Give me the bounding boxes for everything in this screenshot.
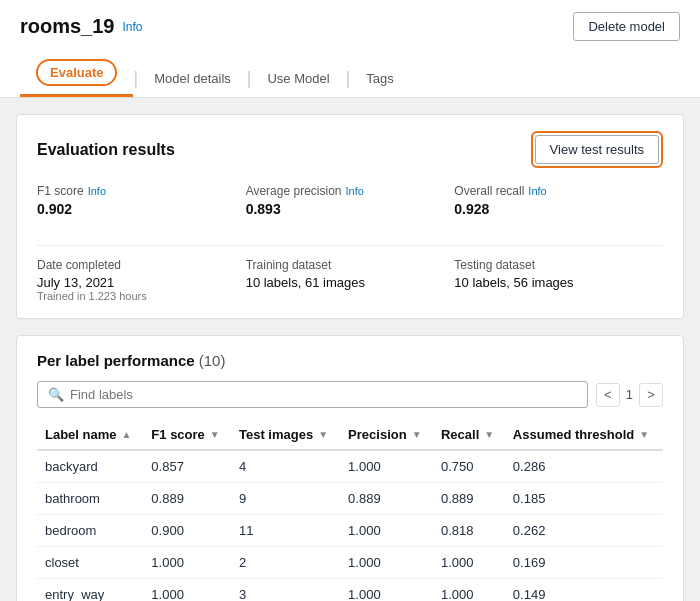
current-page: 1 [626, 387, 633, 402]
use-model-label: Use Model [267, 71, 329, 86]
pagination: < 1 > [596, 383, 663, 407]
page-header: rooms_19 Info Delete model Evaluate | Mo… [0, 0, 700, 98]
cell-f1_score: 1.000 [143, 547, 231, 579]
cell-test_images: 2 [231, 547, 340, 579]
page: rooms_19 Info Delete model Evaluate | Mo… [0, 0, 700, 601]
cell-recall: 1.000 [433, 579, 505, 602]
f1-score-sort-icon: ▼ [210, 429, 220, 440]
evaluation-card: Evaluation results View test results F1 … [16, 114, 684, 319]
table-row: entry_way1.00031.0001.0000.149 [37, 579, 663, 602]
search-input[interactable] [70, 387, 577, 402]
tab-tags[interactable]: Tags [350, 63, 409, 97]
cell-assumed_threshold: 0.185 [505, 483, 663, 515]
evaluation-title: Evaluation results [37, 141, 175, 159]
training-dataset-value: 10 labels, 61 images [246, 275, 455, 290]
overall-recall-info[interactable]: Info [528, 185, 546, 197]
cell-assumed_threshold: 0.169 [505, 547, 663, 579]
next-page-button[interactable]: > [639, 383, 663, 407]
testing-dataset-label: Testing dataset [454, 258, 663, 272]
search-box[interactable]: 🔍 [37, 381, 588, 408]
training-dataset-label: Training dataset [246, 258, 455, 272]
tab-use-model[interactable]: Use Model [251, 63, 345, 97]
cell-test_images: 9 [231, 483, 340, 515]
test-images-sort-icon: ▼ [318, 429, 328, 440]
table-header: Label name ▲ F1 score ▼ [37, 420, 663, 450]
overall-recall-value: 0.928 [454, 201, 663, 217]
tags-label: Tags [366, 71, 393, 86]
testing-dataset: Testing dataset 10 labels, 56 images [454, 258, 663, 302]
cell-label_name: bathroom [37, 483, 143, 515]
model-details-label: Model details [154, 71, 231, 86]
view-test-results-button[interactable]: View test results [535, 135, 659, 164]
card-header: Evaluation results View test results [37, 131, 663, 168]
delete-model-button[interactable]: Delete model [573, 12, 680, 41]
cell-recall: 0.750 [433, 450, 505, 483]
metric-overall-recall: Overall recall Info 0.928 [454, 184, 663, 229]
cell-precision: 1.000 [340, 579, 433, 602]
prev-page-button[interactable]: < [596, 383, 620, 407]
per-label-count: (10) [199, 352, 226, 369]
cell-f1_score: 1.000 [143, 579, 231, 602]
training-dataset: Training dataset 10 labels, 61 images [246, 258, 455, 302]
per-label-title: Per label performance (10) [37, 352, 663, 369]
cell-label_name: backyard [37, 450, 143, 483]
label-name-sort-icon: ▲ [122, 429, 132, 440]
f1-score-value: 0.902 [37, 201, 246, 217]
tab-model-details[interactable]: Model details [138, 63, 247, 97]
dataset-grid: Date completed July 13, 2021 Trained in … [37, 245, 663, 302]
table-body: backyard0.85741.0000.7500.286bathroom0.8… [37, 450, 663, 601]
search-row: 🔍 < 1 > [37, 381, 663, 408]
table-header-row: Label name ▲ F1 score ▼ [37, 420, 663, 450]
cell-f1_score: 0.900 [143, 515, 231, 547]
cell-precision: 0.889 [340, 483, 433, 515]
cell-assumed_threshold: 0.286 [505, 450, 663, 483]
date-completed-sub: Trained in 1.223 hours [37, 290, 246, 302]
col-recall[interactable]: Recall ▼ [433, 420, 505, 450]
overall-recall-label: Overall recall [454, 184, 524, 198]
evaluate-tab-label: Evaluate [36, 59, 117, 86]
col-test-images[interactable]: Test images ▼ [231, 420, 340, 450]
table-row: closet1.00021.0001.0000.169 [37, 547, 663, 579]
per-label-table: Label name ▲ F1 score ▼ [37, 420, 663, 601]
cell-precision: 1.000 [340, 547, 433, 579]
col-f1-score[interactable]: F1 score ▼ [143, 420, 231, 450]
cell-test_images: 3 [231, 579, 340, 602]
info-link[interactable]: Info [123, 20, 143, 34]
table-row: backyard0.85741.0000.7500.286 [37, 450, 663, 483]
cell-label_name: bedroom [37, 515, 143, 547]
main-content: Evaluation results View test results F1 … [0, 98, 700, 601]
tab-evaluate[interactable]: Evaluate [20, 51, 133, 97]
avg-precision-info[interactable]: Info [346, 185, 364, 197]
col-precision[interactable]: Precision ▼ [340, 420, 433, 450]
cell-test_images: 4 [231, 450, 340, 483]
cell-precision: 1.000 [340, 515, 433, 547]
table-row: bedroom0.900111.0000.8180.262 [37, 515, 663, 547]
precision-sort-icon: ▼ [412, 429, 422, 440]
cell-assumed_threshold: 0.262 [505, 515, 663, 547]
per-label-card: Per label performance (10) 🔍 < 1 > [16, 335, 684, 601]
page-title: rooms_19 [20, 15, 115, 38]
cell-test_images: 11 [231, 515, 340, 547]
view-test-btn-wrapper: View test results [531, 131, 663, 168]
col-label-name[interactable]: Label name ▲ [37, 420, 143, 450]
cell-label_name: entry_way [37, 579, 143, 602]
avg-precision-value: 0.893 [246, 201, 455, 217]
cell-recall: 1.000 [433, 547, 505, 579]
col-assumed-threshold[interactable]: Assumed threshold ▼ [505, 420, 663, 450]
recall-sort-icon: ▼ [484, 429, 494, 440]
title-left: rooms_19 Info [20, 15, 143, 38]
date-completed-label: Date completed [37, 258, 246, 272]
assumed-threshold-sort-icon: ▼ [639, 429, 649, 440]
nav-tabs: Evaluate | Model details | Use Model | T… [20, 51, 680, 97]
metrics-grid: F1 score Info 0.902 Average precision In… [37, 184, 663, 229]
f1-score-info[interactable]: Info [88, 185, 106, 197]
avg-precision-label: Average precision [246, 184, 342, 198]
cell-label_name: closet [37, 547, 143, 579]
metric-avg-precision: Average precision Info 0.893 [246, 184, 455, 229]
cell-f1_score: 0.857 [143, 450, 231, 483]
testing-dataset-value: 10 labels, 56 images [454, 275, 663, 290]
cell-recall: 0.818 [433, 515, 505, 547]
cell-precision: 1.000 [340, 450, 433, 483]
title-row: rooms_19 Info Delete model [20, 12, 680, 41]
f1-score-label: F1 score [37, 184, 84, 198]
